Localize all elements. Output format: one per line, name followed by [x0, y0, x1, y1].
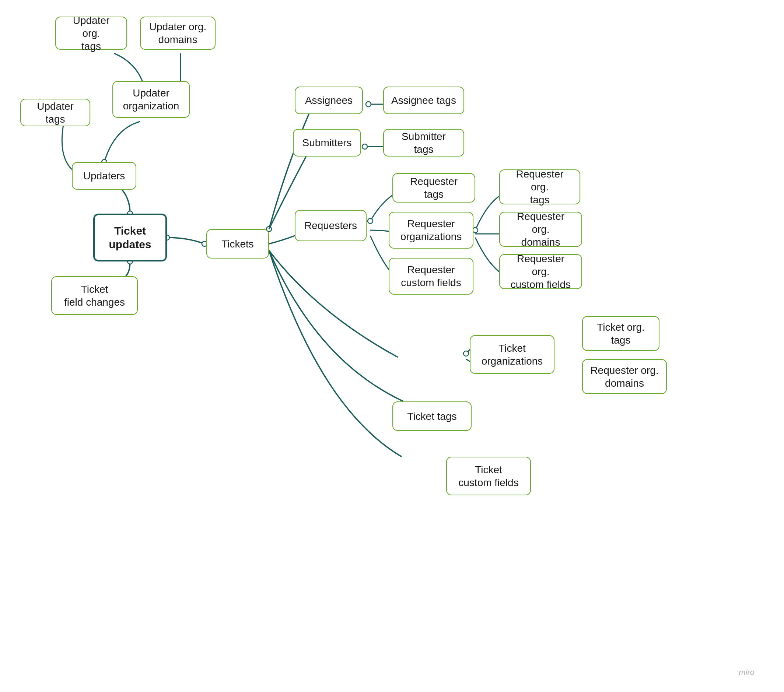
- svg-point-11: [463, 351, 469, 356]
- node-submitters: Submitters: [293, 129, 361, 156]
- node-requester-org-tags-label: Requester org. tags: [507, 168, 573, 206]
- node-submitters-label: Submitters: [303, 136, 352, 149]
- node-submitter-tags-label: Submitter tags: [390, 130, 457, 156]
- node-submitter-tags: Submitter tags: [383, 129, 464, 156]
- node-assignees: Assignees: [295, 87, 363, 114]
- node-requester-tags: Requester tags: [392, 173, 475, 202]
- node-requester-custom-fields-label: Requester custom fields: [401, 263, 461, 289]
- node-assignee-tags-label: Assignee tags: [391, 94, 456, 107]
- node-updaters: Updaters: [72, 162, 136, 190]
- node-ticket-field-changes-label: Ticket field changes: [64, 283, 125, 309]
- node-ticket-organizations: Ticket organizations: [470, 335, 555, 374]
- node-tickets-label: Tickets: [221, 238, 254, 250]
- node-requester-org-domains: Requester org. domains: [499, 212, 582, 247]
- node-updater-org-domains: Updater org. domains: [140, 16, 216, 50]
- node-requester-org-custom-fields-label: Requester org. custom fields: [507, 252, 575, 291]
- miro-label: miro: [739, 668, 754, 677]
- svg-point-8: [362, 144, 367, 149]
- node-requester-org-custom-fields: Requester org. custom fields: [499, 254, 582, 289]
- node-updater-org-tags-label: Updater org. tags: [63, 14, 120, 53]
- node-ticket-org-domains-label: Requester org. domains: [590, 364, 658, 390]
- node-assignee-tags: Assignee tags: [383, 87, 464, 114]
- node-ticket-custom-fields: Ticket custom fields: [446, 457, 531, 495]
- node-ticket-org-domains: Requester org. domains: [582, 359, 667, 394]
- node-requesters-label: Requesters: [304, 219, 357, 232]
- node-requester-org-tags: Requester org. tags: [499, 169, 580, 204]
- node-assignees-label: Assignees: [305, 94, 352, 107]
- node-ticket-field-changes: Ticket field changes: [51, 276, 138, 315]
- node-ticket-organizations-label: Ticket organizations: [481, 342, 543, 368]
- svg-point-9: [368, 219, 373, 224]
- node-requester-custom-fields: Requester custom fields: [389, 258, 473, 294]
- svg-point-7: [366, 102, 371, 107]
- node-ticket-custom-fields-label: Ticket custom fields: [458, 463, 518, 489]
- node-ticket-updates: Ticket updates: [93, 214, 167, 261]
- node-tickets: Tickets: [206, 229, 269, 258]
- node-updater-tags-label: Updater tags: [28, 100, 83, 126]
- node-requesters: Requesters: [295, 210, 367, 241]
- node-ticket-tags: Ticket tags: [392, 401, 471, 431]
- node-updater-organization: Updater organization: [112, 81, 190, 118]
- node-updater-tags: Updater tags: [20, 99, 90, 126]
- node-requester-tags-label: Requester tags: [400, 175, 468, 201]
- node-updater-org-tags: Updater org. tags: [55, 16, 127, 50]
- node-updater-org-domains-label: Updater org. domains: [149, 20, 207, 46]
- node-updaters-label: Updaters: [83, 169, 125, 182]
- node-updater-organization-label: Updater organization: [123, 87, 180, 112]
- node-ticket-org-tags: Ticket org. tags: [582, 316, 659, 351]
- node-ticket-tags-label: Ticket tags: [407, 410, 456, 423]
- node-ticket-org-tags-label: Ticket org. tags: [597, 321, 645, 347]
- svg-point-10: [473, 228, 478, 233]
- node-requester-organizations: Requester organizations: [389, 212, 473, 248]
- node-requester-organizations-label: Requester organizations: [400, 217, 462, 243]
- node-ticket-updates-label: Ticket updates: [109, 224, 151, 251]
- node-requester-org-domains-label: Requester org. domains: [507, 210, 575, 248]
